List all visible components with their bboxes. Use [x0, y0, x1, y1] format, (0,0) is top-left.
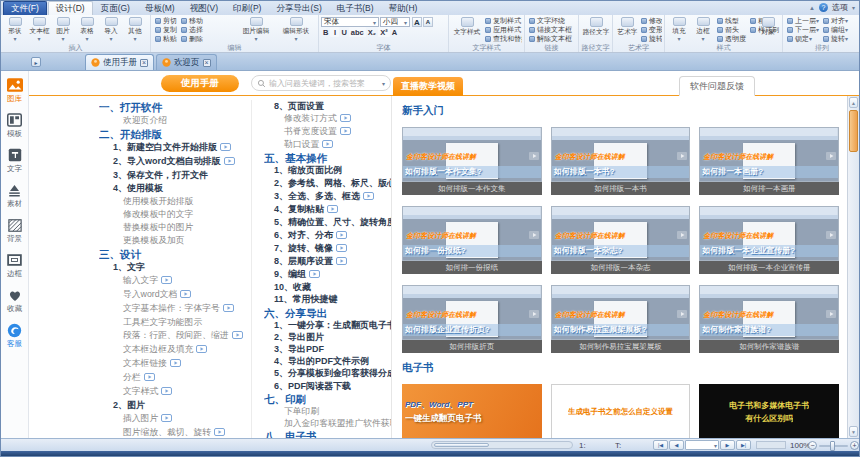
toc-item[interactable]: 修改装订方式 — [264, 112, 391, 125]
toc-item[interactable]: 七、印刷 — [264, 393, 391, 405]
toc-item[interactable]: 文本框链接 — [99, 357, 251, 371]
ribbon-button[interactable]: 图片编辑 — [236, 16, 276, 42]
toc-item[interactable]: 文本框边框及填充 — [99, 343, 251, 357]
ribbon-button[interactable]: 形状 — [3, 16, 27, 42]
minimize-ribbon-icon[interactable] — [809, 3, 815, 12]
feedback-button[interactable]: 软件问题反馈 — [679, 76, 755, 96]
zoom-slider-thumb[interactable] — [830, 441, 835, 451]
toc-item[interactable]: 分栏 — [99, 371, 251, 385]
ribbon-tab[interactable]: 帮助(H) — [382, 2, 425, 15]
toc-item[interactable]: 加入金印客联盟推广软件获取奖励 — [264, 417, 391, 429]
ribbon-tab[interactable]: 页面(G) — [94, 2, 137, 15]
ribbon-button[interactable]: 文本框 — [27, 16, 51, 42]
toc-item[interactable]: 八、电子书 — [264, 430, 391, 438]
toc-item[interactable]: 替换模板中的图片 — [99, 221, 251, 234]
toc-item[interactable]: 6、对齐、分布 — [264, 229, 391, 242]
close-icon[interactable] — [203, 59, 211, 67]
ribbon-tab[interactable]: 印刷(P) — [226, 2, 268, 15]
sidebar-item[interactable]: 模板 — [2, 109, 28, 142]
font-style-toggle[interactable]: I — [330, 27, 339, 37]
video-card[interactable]: 生成电子书之前怎么自定义设置 电子书设置 — [551, 384, 691, 438]
toc-item[interactable]: 使用模板开始排版 — [99, 195, 251, 208]
document-tab[interactable]: 使用手册 — [85, 54, 154, 70]
scrollbar-thumb[interactable] — [849, 110, 858, 152]
scroll-down-icon[interactable] — [849, 426, 858, 437]
last-page-button[interactable] — [736, 440, 751, 450]
toc-item[interactable]: 输入文字 — [99, 274, 251, 288]
shrink-font-button[interactable]: A — [423, 17, 433, 27]
toc-item[interactable]: 3、导出PDF — [264, 343, 391, 355]
ribbon-button[interactable]: 图片 — [51, 16, 75, 42]
next-page-button[interactable] — [720, 440, 735, 450]
toc-item[interactable]: 三、设计 — [99, 248, 251, 261]
toc-item[interactable]: 1、一键分享：生成翻页电子书 — [264, 319, 391, 331]
video-card[interactable]: 金印客设计师在线讲解 如何制作家谱族谱? 如何制作家谱族谱 — [699, 285, 839, 353]
zoom-in-button[interactable] — [850, 441, 859, 450]
toc-item[interactable]: 3、全选、多选、框选 — [264, 190, 391, 203]
toc-item[interactable]: 六、分享导出 — [264, 307, 391, 319]
toc-item[interactable]: 插入图片 — [99, 412, 251, 426]
font-family-select[interactable]: 宋体 — [321, 17, 379, 27]
font-style-toggle[interactable]: B — [321, 27, 330, 37]
toc-item[interactable]: 一、打开软件 — [99, 101, 251, 114]
video-card[interactable]: 金印客设计师在线讲解 如何排版一本企业宣传册? 如何排版一本企业宣传册 — [699, 206, 839, 274]
ribbon-tab[interactable]: 文件(F) — [3, 1, 47, 15]
toc-item[interactable]: 7、旋转、镜像 — [264, 242, 391, 255]
sidebar-item[interactable]: 素材 — [2, 179, 28, 212]
ribbon-button[interactable]: 编辑形状 — [276, 16, 316, 42]
toc-item[interactable]: 修改模板中的文字 — [99, 208, 251, 221]
video-card[interactable]: 金印客设计师在线讲解 如何排一份报纸? 如何排一份报纸 — [402, 206, 542, 274]
toc-item[interactable]: 8、页面设置 — [264, 100, 391, 112]
toc-item[interactable]: 1、新建空白文件开始排版 — [99, 141, 251, 155]
font-style-toggle[interactable]: A — [390, 27, 399, 37]
scroll-up-icon[interactable] — [849, 97, 858, 108]
ribbon-button[interactable]: 透明度 — [715, 34, 748, 43]
ribbon-button[interactable]: 文字样式 — [451, 16, 483, 42]
search-input[interactable]: 输入问题关键词，搜索答案 — [251, 75, 391, 91]
toc-item[interactable]: 2、导入word文档自动排版 — [99, 155, 251, 169]
ribbon-button[interactable]: 锁定 — [785, 34, 821, 43]
ribbon-button[interactable]: 对象 — [756, 16, 780, 42]
toc-item[interactable]: 导入word文档 — [99, 288, 251, 302]
video-card[interactable]: 金印客设计师在线讲解 如何排版企业宣传折页? 如何排版折页 — [402, 285, 542, 353]
font-size-select[interactable]: 小四 — [380, 17, 410, 27]
video-card[interactable]: 金印客设计师在线讲解 如何排版一本杂志? 如何排版一本杂志 — [551, 206, 691, 274]
toc-item[interactable]: 1、缩放页面比例 — [264, 164, 391, 176]
previous-page-button[interactable] — [669, 440, 684, 450]
toc-item[interactable]: 2、图片 — [99, 399, 251, 412]
toc-item[interactable]: 2、导出图片 — [264, 331, 391, 343]
toc-item[interactable]: 9、编组 — [264, 268, 391, 281]
ribbon-button[interactable]: 粘贴 — [153, 34, 179, 43]
ribbon-button[interactable]: 其他 — [123, 16, 147, 42]
video-card[interactable]: 金印客设计师在线讲解 如何排版一本作文集? 如何排版一本作文集 — [402, 127, 542, 195]
toc-item[interactable]: 6、PDF阅读器下载 — [264, 380, 391, 392]
ribbon-button[interactable]: 艺术字 — [615, 16, 639, 42]
video-card[interactable]: PDF、Word、PPT 一键生成翻页电子书 已有文件怎么生成翻页电子书 — [402, 384, 542, 438]
video-card[interactable]: 金印客设计师在线讲解 如何排版一本书? 如何排版一本书 — [551, 127, 691, 195]
toc-item[interactable]: 8、层顺序设置 — [264, 255, 391, 268]
horizontal-scrollbar-thumb[interactable] — [434, 443, 489, 447]
toc-item[interactable]: 文字基本操作：字体字号 — [99, 302, 251, 316]
ribbon-button[interactable]: 填充 — [667, 16, 691, 42]
sidebar-item[interactable]: 边框 — [2, 249, 28, 282]
ribbon-tab[interactable]: 母板(M) — [138, 2, 182, 15]
toc-item[interactable]: 2、参考线、网格、标尺、版心 — [264, 177, 391, 190]
font-style-toggle[interactable]: abc — [349, 27, 366, 37]
horizontal-scrollbar[interactable] — [431, 441, 573, 449]
ribbon-button[interactable]: 导入 — [99, 16, 123, 42]
page-select[interactable] — [685, 440, 719, 450]
toc-item[interactable]: 4、导出的PDF文件示例 — [264, 355, 391, 367]
ribbon-button[interactable]: 表格 — [75, 16, 99, 42]
toc-item[interactable]: 下单印刷 — [264, 405, 391, 417]
manual-button[interactable]: 使用手册 — [161, 75, 239, 92]
font-style-toggle[interactable]: U — [339, 27, 348, 37]
font-style-toggle[interactable]: X₂ — [366, 27, 378, 37]
toc-item[interactable]: 4、使用模板 — [99, 182, 251, 195]
close-icon[interactable] — [140, 59, 148, 67]
toc-item[interactable]: 五、基本操作 — [264, 152, 391, 164]
ribbon-button[interactable]: 旋转 — [639, 34, 662, 43]
toc-item[interactable]: 1、文字 — [99, 261, 251, 274]
ribbon-tab[interactable]: 分享导出(S) — [269, 2, 328, 15]
toc-item[interactable]: 图片缩放、裁切、旋转 — [99, 426, 251, 438]
ribbon-tab[interactable]: 设计(D) — [48, 1, 93, 15]
